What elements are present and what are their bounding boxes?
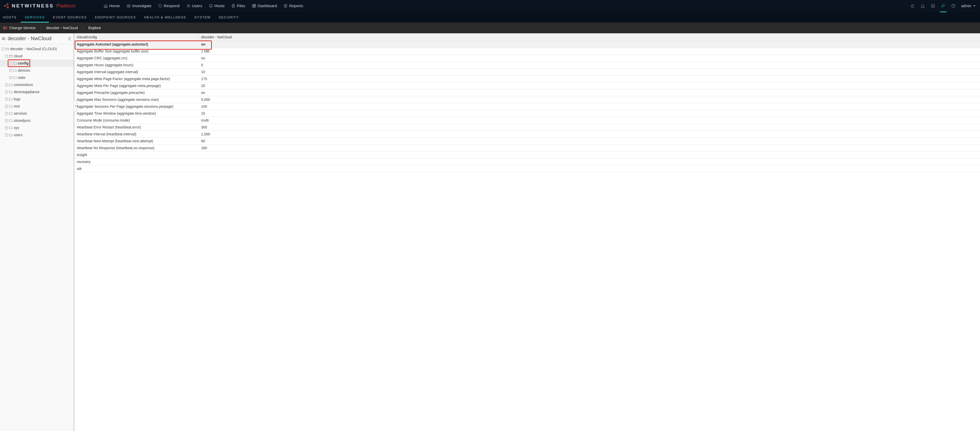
sidebar: decoder - NwCloud decoder - NwCloud (CLO… — [0, 33, 74, 431]
config-value[interactable]: no — [199, 55, 980, 61]
tree-toggle[interactable] — [5, 91, 8, 94]
tree-toggle[interactable] — [9, 69, 12, 72]
help-icon[interactable] — [951, 3, 956, 8]
tree-node-logs[interactable]: logs — [0, 95, 74, 103]
change-service-button[interactable]: Change Service — [3, 26, 35, 30]
config-row[interactable]: Aggregate Sessions Per Page (aggregate.s… — [74, 103, 980, 110]
config-grid: /cloud/config decoder - NwCloud Aggregat… — [74, 33, 980, 431]
config-value[interactable]: 10 — [199, 68, 980, 75]
config-row[interactable]: Aggregate Max Sessions (aggregate.sessio… — [74, 96, 980, 103]
config-value[interactable]: 1 MB — [199, 48, 980, 54]
tree-node-connections[interactable]: connections — [0, 81, 74, 88]
tree-node-storedproc[interactable]: storedproc — [0, 117, 74, 124]
config-row[interactable]: Consume Mode (consume.mode)multi — [74, 117, 980, 124]
split-handle[interactable] — [74, 100, 77, 112]
config-row[interactable]: Aggregate Meta Per Page (aggregate.meta.… — [74, 83, 980, 89]
tree-node-rest[interactable]: rest — [0, 103, 74, 110]
config-row[interactable]: Aggregate Interval (aggregate.interval)1… — [74, 68, 980, 75]
queue-icon[interactable] — [931, 3, 935, 8]
bell-icon[interactable] — [920, 3, 925, 8]
config-row[interactable]: insight — [74, 151, 980, 158]
subnav-endpoint-sources[interactable]: ENDPOINT SOURCES — [91, 12, 140, 22]
config-value[interactable]: 300 — [199, 124, 980, 130]
config-value[interactable] — [199, 158, 980, 165]
config-key: xdr — [74, 165, 199, 172]
admin-config-icon[interactable] — [941, 3, 945, 8]
config-value[interactable]: 0 — [199, 62, 980, 68]
tree-toggle[interactable] — [5, 126, 8, 129]
tree-toggle[interactable] — [5, 98, 8, 100]
user-menu[interactable]: admin — [961, 4, 976, 8]
config-value[interactable] — [199, 151, 980, 158]
tree-node-services[interactable]: services — [0, 110, 74, 117]
subnav-system[interactable]: SYSTEM — [190, 12, 215, 22]
nav-reports[interactable]: Reports — [283, 3, 303, 8]
tree-toggle[interactable] — [5, 134, 8, 137]
tree-toggle[interactable] — [5, 119, 8, 122]
nav-home-label: Home — [109, 3, 120, 8]
subnav-security[interactable]: SECURITY — [215, 12, 243, 22]
nav-home[interactable]: Home — [103, 3, 120, 8]
tree-node-cloud[interactable]: cloud — [0, 52, 74, 60]
config-row[interactable]: Heartbeat No Response (heartbeat.no.resp… — [74, 145, 980, 151]
nav-respond[interactable]: Respond — [158, 3, 180, 8]
tree-toggle[interactable] — [5, 112, 8, 115]
tree-label: rest — [14, 104, 20, 108]
config-value[interactable]: 175 — [199, 75, 980, 82]
config-value[interactable]: 180 — [199, 145, 980, 151]
config-row[interactable]: Aggregate Time Window (aggregate.time.wi… — [74, 110, 980, 117]
breadcrumb-action[interactable]: Explore — [88, 26, 101, 30]
tree-toggle[interactable] — [5, 55, 8, 57]
config-value[interactable]: 1,000 — [199, 131, 980, 137]
config-row[interactable]: Aggregate CRC (aggregate.crc)no — [74, 55, 980, 62]
config-row[interactable]: Aggregate Hours (aggregate.hours)0 — [74, 62, 980, 68]
tree-node-sys[interactable]: sys — [0, 124, 74, 131]
nav-users[interactable]: Users — [186, 3, 202, 8]
config-value[interactable]: 60 — [199, 138, 980, 144]
config-value[interactable]: on — [199, 41, 980, 48]
stopwatch-icon[interactable] — [910, 3, 915, 8]
collapse-sidebar-icon[interactable] — [68, 37, 71, 41]
config-row[interactable]: recovery — [74, 158, 980, 165]
tree-node-deviceappliance[interactable]: deviceappliance — [0, 88, 74, 95]
config-row[interactable]: Heartbeat Next Attempt (heartbeat.next.a… — [74, 138, 980, 145]
config-value[interactable]: 100 — [199, 103, 980, 110]
tree-toggle[interactable] — [9, 62, 12, 65]
config-value[interactable]: on — [199, 89, 980, 96]
subnav-hosts[interactable]: HOSTS — [3, 12, 21, 22]
brand: NETWITNESS Platform — [3, 3, 75, 9]
subnav-health[interactable]: HEALTH & WELLNESS — [140, 12, 190, 22]
subnav-event-sources[interactable]: EVENT SOURCES — [49, 12, 91, 22]
config-row[interactable]: Aggregate Meta Page Factor (aggregate.me… — [74, 75, 980, 83]
config-value[interactable] — [199, 165, 980, 172]
tree-node-config[interactable]: config — [0, 60, 74, 67]
tree-toggle[interactable] — [5, 105, 8, 108]
nav-dashboard[interactable]: Dashboard — [252, 3, 277, 8]
config-row[interactable]: Heartbeat Interval (heartbeat.interval)1… — [74, 131, 980, 138]
subnav-services[interactable]: SERVICES — [21, 12, 49, 22]
config-value[interactable]: 20 — [199, 83, 980, 89]
tree-node-users[interactable]: users — [0, 131, 74, 138]
nav-files[interactable]: Files — [231, 3, 245, 8]
config-value[interactable]: multi — [199, 117, 980, 124]
tree-toggle[interactable] — [5, 83, 8, 86]
config-value[interactable]: 15 — [199, 110, 980, 117]
config-row[interactable]: Aggregate Precache (aggregate.precache)o… — [74, 89, 980, 96]
topnav: Home Investigate Respond Users Hosts Fil… — [103, 3, 303, 8]
nav-reports-label: Reports — [289, 3, 303, 8]
tree-toggle[interactable] — [9, 76, 12, 79]
tree-node-stats[interactable]: stats — [0, 74, 74, 81]
nav-hosts[interactable]: Hosts — [209, 3, 225, 8]
tree-node-devices[interactable]: devices — [0, 67, 74, 74]
config-key: recovery — [74, 158, 199, 165]
tree-node-root[interactable]: decoder - NwCloud (CLOUD) — [0, 45, 74, 52]
nav-investigate[interactable]: Investigate — [127, 3, 151, 8]
config-row[interactable]: Aggregate Autostart (aggregate.autostart… — [74, 41, 980, 48]
folder-open-icon — [5, 47, 9, 51]
config-row[interactable]: Heartbeat Error Restart (heartbeat.error… — [74, 124, 980, 131]
config-value[interactable]: 5,000 — [199, 96, 980, 103]
topbar: NETWITNESS Platform Home Investigate Res… — [0, 0, 980, 12]
config-row[interactable]: xdr — [74, 165, 980, 172]
config-row[interactable]: Aggregate Buffer Size (aggregate.buffer.… — [74, 48, 980, 55]
tree-toggle[interactable] — [2, 48, 4, 51]
